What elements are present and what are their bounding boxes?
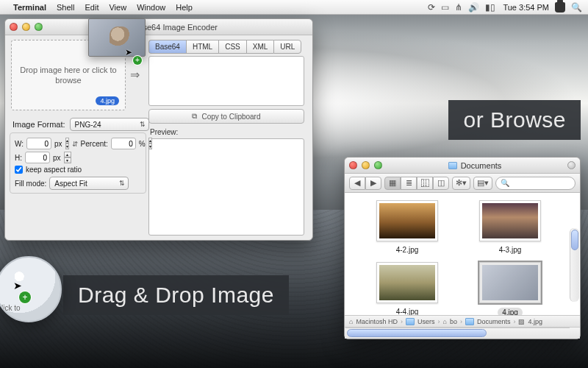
arrange-menu-button[interactable]: ▤▾ — [473, 177, 492, 190]
percent-stepper[interactable]: ▴▾ — [148, 138, 152, 149]
volume-status-icon[interactable]: 🔊 — [468, 2, 479, 13]
path-seg[interactable]: 4.jpg — [528, 318, 542, 325]
scrollbar-thumb[interactable] — [571, 230, 578, 250]
magnifier-text-fragment: lick to — [1, 304, 21, 312]
finder-icon-view[interactable]: 4-2.jpg 4-3.jpg 4-4.jpg 4.jpg — [345, 193, 580, 315]
user-menu-icon[interactable] — [555, 2, 565, 13]
file-item[interactable]: 4-4.jpg — [367, 262, 448, 315]
folder-icon — [406, 318, 415, 325]
scrollbar-thumb[interactable] — [347, 329, 487, 337]
width-stepper[interactable]: ▴▾ — [65, 138, 69, 149]
link-ratio-icon[interactable]: ⇵ — [72, 140, 78, 148]
vertical-scrollbar[interactable] — [570, 228, 579, 302]
menubar-clock[interactable]: Tue 3:54 PM — [503, 3, 549, 12]
spotlight-icon[interactable]: 🔍 — [571, 2, 582, 13]
menubar-item-edit[interactable]: Edit — [85, 3, 99, 12]
zoom-button[interactable] — [35, 23, 43, 31]
forward-button[interactable]: ▶ — [365, 177, 381, 190]
view-column-button[interactable]: ⿲ — [417, 177, 433, 190]
image-format-label: Image Format: — [12, 120, 65, 129]
preview-pane — [148, 138, 304, 236]
menubar-item-shell[interactable]: Shell — [57, 3, 74, 12]
height-stepper[interactable]: ▴▾ — [64, 152, 71, 163]
height-label: H: — [15, 154, 22, 162]
path-seg[interactable]: Documents — [477, 318, 511, 325]
minimize-button[interactable] — [362, 161, 370, 169]
output-textarea[interactable] — [148, 56, 304, 106]
drag-copy-badge-icon: + — [133, 56, 142, 65]
file-name-label[interactable]: 4.jpg — [498, 308, 523, 315]
sync-status-icon[interactable]: ⟳ — [428, 2, 435, 13]
copy-button-label: Copy to Clipboard — [201, 113, 260, 121]
horizontal-scrollbar[interactable] — [345, 328, 570, 338]
promo-browse-text: or Browse — [463, 107, 566, 132]
menubar-app-name[interactable]: Terminal — [13, 3, 46, 12]
close-button[interactable] — [349, 161, 357, 169]
folder-icon — [448, 162, 457, 169]
nav-back-forward: ◀ ▶ — [349, 177, 381, 190]
dropzone-file-badge: 4.jpg — [96, 96, 119, 105]
toolbar-toggle-button[interactable] — [567, 161, 576, 169]
home-icon: ⌂ — [442, 318, 446, 325]
wifi-status-icon[interactable]: ⋔ — [455, 2, 462, 13]
display-status-icon[interactable]: ▭ — [441, 2, 449, 13]
dropzone-text: Drop image here or click to browse — [15, 65, 122, 85]
file-name-label[interactable]: 4-3.jpg — [499, 246, 522, 254]
file-name-label[interactable]: 4-2.jpg — [396, 246, 419, 254]
copy-to-clipboard-button[interactable]: ⧉ Copy to Clipboard — [148, 109, 304, 124]
encoder-titlebar[interactable]: Base64 Image Encoder — [5, 19, 312, 35]
view-icon-button[interactable]: ▦ — [384, 177, 401, 190]
thumbnail-image — [379, 203, 435, 238]
height-unit: px — [53, 154, 61, 162]
finder-titlebar[interactable]: Documents — [345, 158, 580, 174]
resize-panel: W: px ▴▾ ⇵ Percent: % ▴▾ H: px ▴▾ — [10, 132, 146, 194]
finder-search-field[interactable]: 🔍 — [495, 177, 576, 190]
finder-window: Documents ◀ ▶ ▦ ≣ ⿲ ◫ ✻▾ ▤▾ 🔍 — [344, 157, 581, 339]
menubar-item-view[interactable]: View — [109, 3, 126, 12]
image-format-value: PNG-24 — [75, 121, 101, 129]
thumbnail-image — [482, 203, 538, 238]
action-menu-button[interactable]: ✻▾ — [452, 177, 470, 190]
menubar: Terminal Shell Edit View Window Help ⟳ ▭… — [0, 0, 588, 15]
thumbnail-image — [482, 265, 538, 300]
arrow-icon: ⇒ — [130, 68, 137, 82]
finder-window-title: Documents — [461, 161, 502, 170]
tab-url[interactable]: URL — [273, 40, 301, 54]
keep-aspect-ratio-input[interactable] — [15, 166, 23, 174]
minimize-button[interactable] — [22, 23, 30, 31]
cursor-icon: ➤ — [125, 47, 132, 57]
zoom-button[interactable] — [374, 161, 382, 169]
file-item-selected[interactable]: 4.jpg — [470, 262, 551, 315]
thumbnail-image — [379, 265, 435, 300]
file-item[interactable]: 4-3.jpg — [470, 200, 551, 254]
width-input[interactable] — [26, 138, 51, 149]
view-coverflow-button[interactable]: ◫ — [433, 177, 449, 190]
menubar-item-help[interactable]: Help — [176, 3, 193, 12]
tab-base64[interactable]: Base64 — [148, 40, 186, 54]
menubar-item-window[interactable]: Window — [137, 3, 165, 12]
close-button[interactable] — [10, 23, 18, 31]
path-seg[interactable]: Users — [417, 318, 435, 325]
path-seg[interactable]: Macintosh HD — [356, 318, 398, 325]
tab-css[interactable]: CSS — [218, 40, 246, 54]
height-input[interactable] — [25, 152, 50, 163]
percent-label: Percent: — [81, 140, 108, 148]
tab-html[interactable]: HTML — [186, 40, 218, 54]
percent-input[interactable] — [111, 138, 136, 149]
tab-xml[interactable]: XML — [246, 40, 274, 54]
image-format-select[interactable]: PNG-24 ⇅ — [70, 118, 149, 131]
view-list-button[interactable]: ≣ — [401, 177, 417, 190]
image-icon: ▧ — [518, 318, 525, 325]
width-unit: px — [54, 140, 62, 148]
battery-status-icon[interactable]: ▮▯ — [485, 2, 495, 13]
back-button[interactable]: ◀ — [349, 177, 365, 190]
percent-unit: % — [139, 140, 146, 148]
path-seg[interactable]: bo — [450, 318, 457, 325]
finder-path-bar[interactable]: ⌂ Macintosh HD› Users› ⌂ bo› Documents› … — [345, 315, 580, 327]
file-name-label[interactable]: 4-4.jpg — [396, 308, 419, 315]
keep-aspect-ratio-checkbox[interactable]: keep aspect ratio — [15, 166, 141, 174]
fill-mode-label: Fill mode: — [15, 180, 46, 188]
clipboard-icon: ⧉ — [192, 112, 197, 121]
fill-mode-select[interactable]: Aspect Fit ⇅ — [49, 177, 129, 190]
file-item[interactable]: 4-2.jpg — [367, 200, 448, 254]
